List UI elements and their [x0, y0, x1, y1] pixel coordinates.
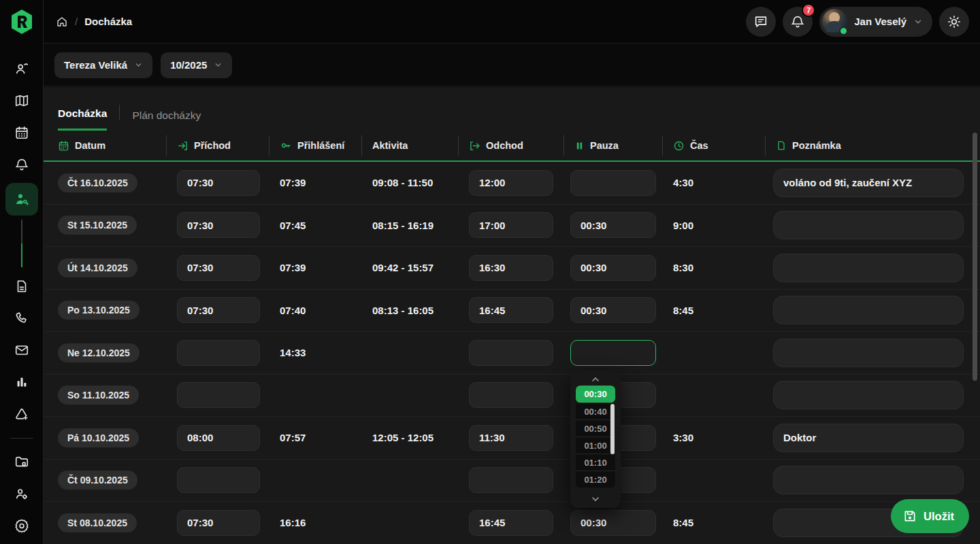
date-pill: Po 13.10.2025 [58, 301, 140, 320]
poznamka-input-row0[interactable] [773, 169, 964, 197]
table-row: Čt 09.10.2025 [44, 460, 980, 503]
odchod-input-row0-cell [458, 170, 564, 196]
sun-icon [947, 14, 962, 29]
time-option[interactable]: 01:00 [576, 437, 615, 454]
date-cell: Pá 10.10.2025 [44, 428, 166, 447]
filter-bar: Tereza Veliká 10/2025 [44, 44, 980, 86]
odchod-input-row7[interactable] [469, 467, 553, 493]
pauza-input-row3[interactable] [570, 297, 656, 323]
calendar-icon [58, 140, 69, 152]
poznamka-input-row3[interactable] [773, 296, 964, 324]
poznamka-input-row5[interactable] [773, 381, 964, 409]
save-button[interactable]: Uložit [891, 499, 969, 533]
pauza-input-row8-cell [564, 510, 662, 536]
dropdown-scrollbar-thumb[interactable] [610, 404, 615, 454]
sidebar-item-user-settings[interactable] [8, 480, 35, 507]
time-option[interactable]: 01:10 [576, 454, 615, 471]
column-header-odchod: Odchod [458, 131, 564, 160]
prichod-input-row5[interactable] [177, 382, 260, 408]
tab-plan-dochazky[interactable]: Plán docházky [132, 109, 201, 131]
sidebar-item-map[interactable] [8, 87, 35, 114]
poznamka-input-row4[interactable] [773, 339, 964, 367]
pauza-input-row0[interactable] [570, 170, 656, 196]
save-icon [903, 509, 917, 523]
odchod-input-row2[interactable] [469, 255, 553, 281]
chat-button[interactable] [746, 7, 776, 37]
theme-toggle-button[interactable] [939, 7, 969, 37]
prichod-input-row0[interactable] [177, 170, 260, 196]
cas-value: 8:30 [662, 262, 765, 273]
sidebar-item-folder-settings[interactable] [8, 448, 35, 475]
table-row: Pá 10.10.202507:5712:05 - 12:053:30 [44, 417, 980, 460]
column-header-aktivita: Aktivita [361, 131, 458, 160]
scroll-up-button[interactable] [590, 373, 601, 386]
cas-value: 3:30 [662, 432, 765, 443]
odchod-input-row6[interactable] [469, 425, 553, 451]
prichod-input-row4[interactable] [177, 340, 260, 366]
tab-dochazka[interactable]: Docházka [58, 107, 107, 131]
prichod-input-row7[interactable] [177, 467, 260, 493]
prihlaseni-value: 07:39 [269, 177, 361, 188]
poznamka-input-row1[interactable] [773, 211, 964, 239]
sidebar-item-mail[interactable] [8, 337, 35, 364]
poznamka-input-row6[interactable] [773, 424, 964, 452]
date-cell: Ne 12.10.2025 [44, 343, 166, 362]
user-menu[interactable]: Jan Veselý [819, 7, 932, 37]
poznamka-input-row7[interactable] [773, 466, 964, 494]
pauza-input-row2-cell [564, 255, 662, 281]
app-logo[interactable] [0, 0, 43, 44]
odchod-input-row5[interactable] [469, 382, 553, 408]
prichod-input-row1-cell [166, 212, 269, 238]
pauza-input-row4[interactable] [570, 340, 656, 366]
sidebar-item-documents[interactable] [8, 273, 35, 300]
triangle-plus-icon [14, 407, 29, 422]
pauza-input-row8[interactable] [570, 510, 656, 536]
login-arrow-icon [177, 140, 189, 152]
time-option[interactable]: 00:40 [576, 403, 615, 420]
prichod-input-row1[interactable] [177, 212, 260, 238]
month-select[interactable]: 10/2025 [161, 52, 232, 78]
time-option[interactable]: 00:30 [576, 386, 615, 403]
sidebar-item-settings[interactable] [8, 512, 35, 539]
sidebar-item-reports[interactable] [8, 369, 35, 396]
month-select-value: 10/2025 [170, 59, 207, 71]
sidebar-item-attendance[interactable] [5, 183, 38, 216]
sidebar-item-add-project[interactable] [8, 401, 35, 428]
odchod-input-row1[interactable] [469, 212, 553, 238]
sidebar-item-notifications[interactable] [8, 151, 35, 178]
employee-select[interactable]: Tereza Veliká [54, 52, 152, 78]
sidebar-item-calendar[interactable] [8, 119, 35, 146]
calendar-icon [14, 125, 29, 140]
prichod-input-row3[interactable] [177, 297, 260, 323]
table-row: Čt 16.10.202507:3909:08 - 11:504:30 [44, 162, 980, 205]
odchod-input-row2-cell [458, 255, 564, 281]
sidebar-item-phone[interactable] [8, 305, 35, 332]
prihlaseni-value: 14:33 [269, 347, 361, 358]
odchod-input-row4[interactable] [469, 340, 553, 366]
table-body: Čt 16.10.202507:3909:08 - 11:504:30St 15… [44, 162, 980, 544]
notifications-button[interactable]: 7 [783, 7, 813, 37]
sidebar-item-employees[interactable] [8, 55, 35, 82]
poznamka-input-row3-cell [765, 296, 980, 324]
key-icon [280, 139, 292, 152]
pauza-input-row2[interactable] [570, 255, 656, 281]
time-option[interactable]: 01:20 [576, 471, 615, 488]
odchod-input-row3[interactable] [469, 297, 553, 323]
page-scrollbar-thumb[interactable] [973, 133, 977, 381]
topbar: / Docházka 7 Jan Veselý [44, 0, 980, 44]
odchod-input-row5-cell [458, 382, 564, 408]
odchod-input-row8[interactable] [469, 510, 553, 536]
bar-chart-icon [14, 375, 29, 390]
odchod-input-row0[interactable] [469, 170, 553, 196]
pauza-input-row1[interactable] [570, 212, 656, 238]
scroll-down-button[interactable] [590, 493, 601, 505]
prichod-input-row8[interactable] [177, 510, 260, 536]
prichod-input-row2[interactable] [177, 255, 260, 281]
home-icon[interactable] [56, 16, 68, 28]
poznamka-input-row2[interactable] [773, 254, 964, 282]
prihlaseni-value: 07:45 [269, 220, 361, 231]
time-option[interactable]: 00:50 [576, 420, 615, 437]
sidebar-nav [0, 44, 43, 544]
clock-icon [673, 140, 685, 152]
prichod-input-row6[interactable] [177, 425, 260, 451]
